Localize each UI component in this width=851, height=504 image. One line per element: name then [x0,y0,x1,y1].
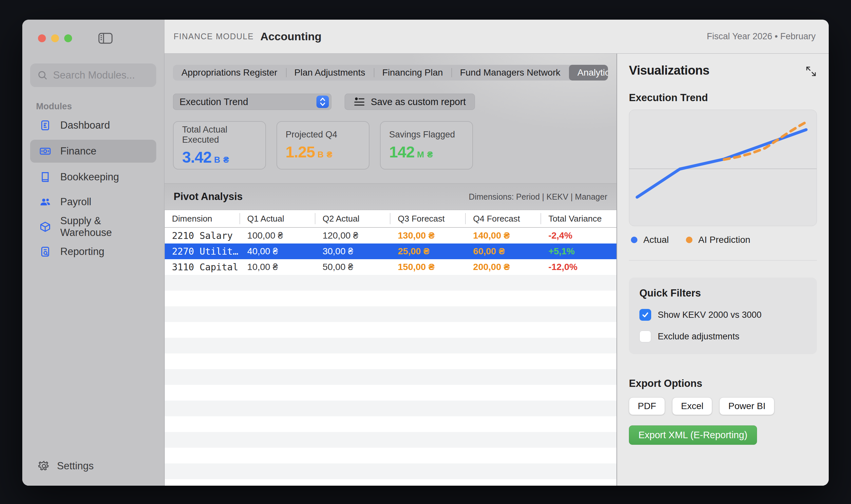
sidebar-item-reporting[interactable]: Reporting [30,241,156,262]
gear-icon [38,460,50,472]
stat-value: 1.25B ₴ [285,143,360,161]
search-module-box[interactable] [30,64,156,87]
dashboard-document-icon [39,119,52,132]
table-row-empty[interactable] [165,369,616,385]
search-input[interactable] [53,69,149,81]
cell-q3-forecast: 150,00 ₴ [390,262,466,272]
checkbox-checked[interactable] [639,309,651,321]
sidebar-item-finance[interactable]: Finance [30,140,156,163]
module-nav: DashboardFinanceBookkeepingPayrollSupply… [22,115,164,262]
banknote-icon [39,145,52,158]
report-type-select[interactable]: Execution Trend [173,94,331,110]
tab-appropriations-register[interactable]: Appropriations Register [173,65,286,80]
sidebar: Modules DashboardFinanceBookkeepingPayro… [22,20,164,486]
module-kicker: FINANCE MODULE [174,32,254,41]
table-row-empty[interactable] [165,385,616,400]
column-header-q2-actual[interactable]: Q2 Actual [315,213,391,224]
export-xml-button[interactable]: Export XML (E-Reporting) [629,426,757,445]
sidebar-item-payroll[interactable]: Payroll [30,192,156,212]
tab-fund-managers-network[interactable]: Fund Managers Network [451,65,569,80]
legend-item-actual: Actual [631,235,669,245]
table-row-empty[interactable] [165,322,616,338]
pivot-dimensions-label: Dimensions: Period | KEKV | Manager [469,192,607,202]
table-row-empty[interactable] [165,479,616,486]
cell-q2-actual: 120,00 ₴ [315,230,391,241]
column-header-q1-actual[interactable]: Q1 Actual [240,213,315,224]
tab-plan-adjustments[interactable]: Plan Adjustments [286,65,374,80]
sidebar-item-label: Payroll [60,196,91,208]
legend-dot [631,237,638,243]
pivot-title: Pivot Analysis [174,191,243,202]
custom-report-icon [354,96,365,107]
tab-analytics[interactable]: Analytics [569,65,608,80]
stat-label: Total Actual Executed [182,125,257,145]
legend-label: Actual [643,235,669,245]
table-row-empty[interactable] [165,338,616,354]
table-row-3110[interactable]: 3110 Capital10,00 ₴50,00 ₴150,00 ₴200,00… [165,259,616,275]
cell-q1-actual: 40,00 ₴ [240,246,315,256]
export-button-excel[interactable]: Excel [672,397,712,415]
select-stepper-icon [316,95,329,108]
expand-icon[interactable] [805,66,817,77]
sidebar-section-label: Modules [36,102,164,112]
tab-financing-plan[interactable]: Financing Plan [374,65,451,80]
pivot-header: Pivot Analysis Dimensions: Period | KEKV… [164,183,616,210]
column-header-q4-forecast[interactable]: Q4 Forecast [466,213,541,224]
content-row: Appropriations RegisterPlan AdjustmentsF… [164,54,829,486]
tab-bar: Appropriations RegisterPlan AdjustmentsF… [173,65,608,80]
table-row-empty[interactable] [165,275,616,291]
zoom-window-button[interactable] [64,34,72,42]
sidebar-toggle-icon[interactable] [98,33,113,44]
save-custom-report-label: Save as custom report [371,96,466,107]
export-button-pdf[interactable]: PDF [629,397,665,415]
chart-title: Execution Trend [629,92,817,104]
cell-total-variance: -2,4% [541,230,616,241]
stat-value: 3.42B ₴ [182,148,257,166]
sidebar-item-dashboard[interactable]: Dashboard [30,115,156,136]
table-row-empty[interactable] [165,400,616,416]
page-title: Accounting [260,30,322,43]
table-row-2210[interactable]: 2210 Salary100,00 ₴120,00 ₴130,00 ₴140,0… [165,228,616,244]
filter-label: Exclude adjustments [658,331,739,342]
column-header-dimension[interactable]: Dimension [165,213,240,224]
save-custom-report-button[interactable]: Save as custom report [345,94,475,110]
export-options-title: Export Options [629,378,817,390]
main-wrap: FINANCE MODULE Accounting Fiscal Year 20… [164,20,829,486]
main-content: Appropriations RegisterPlan AdjustmentsF… [164,54,617,486]
table-row-empty[interactable] [165,306,616,322]
export-button-power-bi[interactable]: Power BI [719,397,774,415]
stat-card-projected-q4: Projected Q41.25B ₴ [276,121,369,169]
cell-q4-forecast: 140,00 ₴ [466,230,541,241]
sidebar-item-label: Dashboard [60,120,110,131]
stat-card-total-actual-executed: Total Actual Executed3.42B ₴ [173,121,266,169]
search-icon [37,70,48,80]
quick-filters-card: Quick Filters Show KEKV 2000 vs 3000Excl… [629,277,817,354]
column-header-q3-forecast[interactable]: Q3 Forecast [390,213,466,224]
checkbox-unchecked[interactable] [639,330,651,342]
panel-title: Visualizations [629,64,710,77]
table-row-empty[interactable] [165,354,616,369]
sidebar-item-bookkeeping[interactable]: Bookkeeping [30,166,156,187]
table-row-empty[interactable] [165,432,616,448]
table-row-empty[interactable] [165,291,616,306]
stat-label: Projected Q4 [285,130,360,140]
export-buttons: PDFExcelPower BI [629,397,817,415]
sidebar-item-label: Reporting [60,246,104,257]
cube-icon [39,220,52,233]
report-controls: Execution Trend [173,94,608,110]
column-header-total-variance[interactable]: Total Variance [541,213,616,224]
document-search-icon [39,245,52,258]
execution-trend-chart [629,110,817,226]
table-row-2270[interactable]: 2270 Utilit…40,00 ₴30,00 ₴25,00 ₴60,00 ₴… [165,244,616,259]
legend-label: AI Prediction [698,235,750,245]
cell-total-variance: -12,0% [541,262,616,272]
people-icon [39,195,52,209]
sidebar-item-settings[interactable]: Settings [38,460,94,472]
table-row-empty[interactable] [165,448,616,464]
close-window-button[interactable] [38,34,46,42]
cell-q1-actual: 10,00 ₴ [240,262,315,272]
table-row-empty[interactable] [165,416,616,432]
table-row-empty[interactable] [165,464,616,479]
sidebar-item-supply-warehouse[interactable]: Supply & Warehouse [30,216,156,237]
minimize-window-button[interactable] [51,34,59,42]
